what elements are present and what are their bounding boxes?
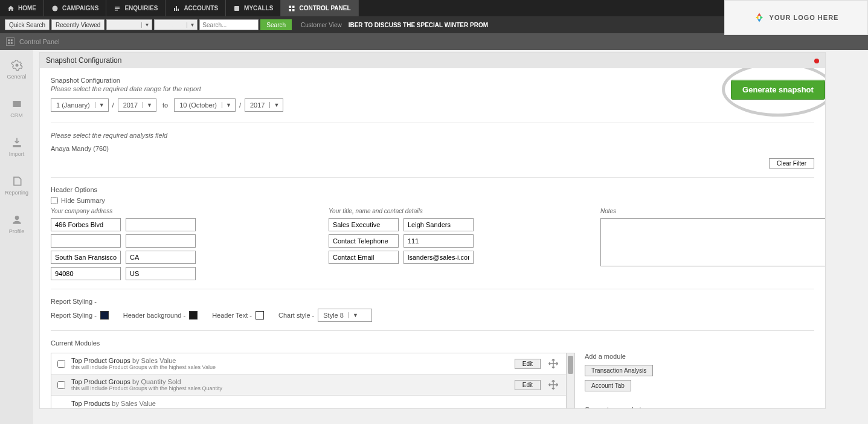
header-text-swatch[interactable] [256,311,264,320]
addr-line4-input[interactable] [126,234,196,248]
logo-text: YOUR LOGO HERE [770,14,839,21]
addr-line2-input[interactable] [126,218,196,231]
addr-country-input[interactable] [126,267,196,280]
sidebar-item-general[interactable]: General [0,50,33,89]
chart-style-dropdown[interactable]: Style 8▼ [318,309,372,322]
svg-rect-13 [11,42,13,44]
chevron-down-icon: ▼ [349,312,362,318]
add-module-title: Add a module [585,353,814,360]
search-button[interactable]: Search [260,19,292,30]
address-label: Your company address [51,208,208,214]
svg-rect-7 [289,9,292,11]
from-month-dropdown[interactable]: 1 (January)▼ [51,98,109,112]
generate-snapshot-button[interactable]: Generate snapshot [731,80,825,100]
profile-icon [11,214,23,226]
module-row: Top Product Groups by Quantity Sold this… [51,374,566,396]
nav-label: ACCOUNTS [184,5,218,11]
sidebar-item-import[interactable]: Import [0,127,33,166]
grid-icon [6,37,14,46]
reporting-icon [11,175,23,187]
customer-view-link[interactable]: Customer View [301,22,342,28]
modules-wrap: Top Product Groups by Sales Value this w… [51,353,814,408]
generate-snapshot-label: Generate snapshot [585,406,814,408]
home-icon [7,5,14,12]
header-options-title: Header Options [51,186,814,193]
report-styling-swatch[interactable] [100,311,109,320]
contact-title-label-input[interactable] [329,218,399,231]
addr-state-input[interactable] [126,251,196,264]
svg-rect-6 [292,5,295,8]
addr-line1-input[interactable] [51,218,121,231]
contact-email-input[interactable] [403,251,474,264]
nav-accounts[interactable]: ACCOUNTS [166,0,226,16]
nav-label: MYCALLS [244,5,273,11]
sidebar-item-crm[interactable]: CRM [0,89,33,127]
nav-enquiries[interactable]: ENQUIRIES [106,0,166,16]
panel-body: Generate snapshot Snapshot Configuration… [40,68,825,408]
sidebar-item-profile[interactable]: Profile [0,205,33,243]
notes-label: Notes [600,208,825,214]
nav-control-panel[interactable]: CONTROL PANEL [281,0,358,16]
sidebar-label: Profile [9,228,25,234]
svg-point-14 [15,64,18,67]
search-all-dropdown[interactable]: Search All▼ [106,19,152,30]
breadcrumb-bar: Control Panel [0,33,868,50]
sidebar-label: Import [9,151,25,157]
hide-summary-checkbox[interactable]: Hide Summary [51,197,814,204]
nav-mycalls[interactable]: MYCALLS [226,0,281,16]
svg-point-0 [53,5,58,11]
enquiries-icon [114,5,121,12]
move-icon[interactable] [547,357,560,370]
svg-rect-16 [13,145,21,147]
header-bg-swatch[interactable] [189,311,198,320]
to-year-dropdown[interactable]: 2017▼ [245,98,283,112]
addr-line3-input[interactable] [51,234,121,248]
notes-textarea[interactable] [600,218,825,266]
from-year-dropdown[interactable]: 2017▼ [118,98,156,112]
module-row: Top Products by Sales Value [51,396,566,408]
move-icon[interactable] [547,378,560,391]
sidebar-label: Reporting [5,190,28,196]
hide-summary-input[interactable] [51,197,58,204]
breadcrumb-text: Control Panel [19,38,60,45]
module-row: Top Product Groups by Sales Value this w… [51,353,566,374]
contact-name-input[interactable] [403,218,474,231]
to-month-dropdown[interactable]: 10 (October)▼ [174,98,236,112]
chevron-down-icon: ▼ [95,102,108,108]
clear-filter-button[interactable]: Clear Filter [769,158,814,169]
sidebar: General CRM Import Reporting Profile [0,50,33,424]
svg-rect-1 [115,7,120,8]
svg-rect-10 [8,39,10,41]
contact-phone-input[interactable] [403,234,474,248]
transaction-analysis-button[interactable]: Transaction Analysis [585,365,653,376]
module-checkbox[interactable] [57,381,65,389]
quick-search-button[interactable]: Quick Search [5,19,50,30]
sidebar-label: General [7,74,26,80]
module-checkbox[interactable] [57,360,65,368]
addr-zip-input[interactable] [51,267,121,280]
account-tab-button[interactable]: Account Tab [585,380,631,391]
config-title: Snapshot Configuration [51,77,814,84]
edit-module-button[interactable]: Edit [515,380,541,390]
recently-viewed-button[interactable]: Recently Viewed [51,19,104,30]
nav-campaigns[interactable]: CAMPAIGNS [44,0,106,16]
date-range-row: 1 (January)▼ / 2017▼ to 10 (October)▼ / … [51,98,814,112]
chevron-down-icon: ▼ [141,22,152,28]
svg-rect-5 [289,5,292,8]
contact-phone-label-input[interactable] [329,234,399,248]
close-dot-icon[interactable] [814,59,819,63]
nav-label: ENQUIRIES [124,5,158,11]
edit-module-button[interactable]: Edit [515,359,541,369]
search-input[interactable] [199,19,259,30]
main-panel: Snapshot Configuration Generate snapshot… [39,52,826,409]
sidebar-item-reporting[interactable]: Reporting [0,166,33,205]
contact-email-label-input[interactable] [329,251,399,264]
svg-rect-4 [234,6,239,11]
nav-home[interactable]: HOME [0,0,44,16]
panel-title: Snapshot Configuration [46,56,121,65]
contact-label: Your title, name and contact details [329,208,492,214]
modules-scrollbar[interactable] [566,353,574,408]
accounts-dropdown[interactable]: Accounts▼ [154,19,198,30]
addr-city-input[interactable] [51,251,121,264]
chevron-down-icon: ▼ [222,102,235,108]
